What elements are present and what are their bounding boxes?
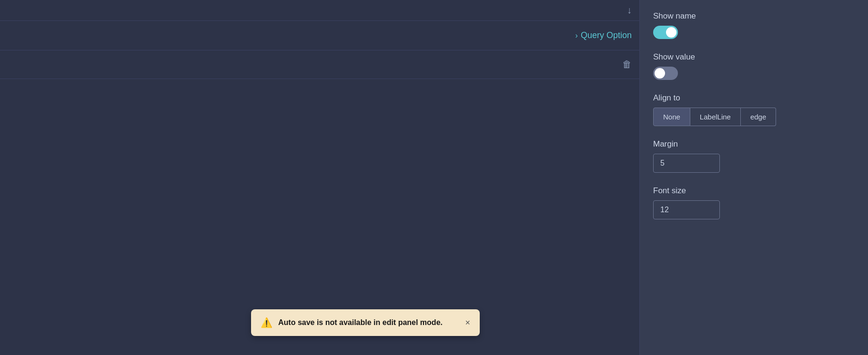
toast-close-button[interactable]: × xyxy=(465,318,470,327)
toast-notification: ⚠️ Auto save is not available in edit pa… xyxy=(251,309,480,336)
margin-input[interactable] xyxy=(653,154,720,173)
warning-icon: ⚠️ xyxy=(261,317,273,328)
margin-section: Margin xyxy=(653,139,855,173)
chevron-icon: › xyxy=(575,31,578,40)
query-option-label: Query Option xyxy=(581,30,632,40)
show-name-toggle[interactable] xyxy=(653,26,678,39)
show-value-thumb xyxy=(655,68,665,79)
toast-message: Auto save is not available in edit panel… xyxy=(278,318,459,327)
show-value-toggle-wrapper xyxy=(653,67,855,80)
delete-row: 🗑 xyxy=(0,50,639,79)
font-size-section: Font size xyxy=(653,186,855,219)
download-icon[interactable]: ↓ xyxy=(627,5,632,16)
align-to-buttons: None LabelLine edge xyxy=(653,108,855,126)
right-panel: Show name Show value Align to None Label… xyxy=(639,0,868,355)
show-value-section: Show value xyxy=(653,52,855,80)
query-row: › Query Option xyxy=(0,21,639,50)
show-name-thumb xyxy=(666,27,676,38)
query-option-link[interactable]: › Query Option xyxy=(575,30,632,40)
trash-icon[interactable]: 🗑 xyxy=(622,59,632,70)
show-name-toggle-wrapper xyxy=(653,26,855,39)
align-edge-button[interactable]: edge xyxy=(741,108,776,126)
show-value-toggle[interactable] xyxy=(653,67,678,80)
font-size-label: Font size xyxy=(653,186,855,196)
show-value-label: Show value xyxy=(653,52,855,62)
main-top-bar: ↓ xyxy=(0,0,639,21)
align-to-label: Align to xyxy=(653,93,855,103)
font-size-input[interactable] xyxy=(653,200,720,219)
align-labelline-button[interactable]: LabelLine xyxy=(690,108,741,126)
show-name-section: Show name xyxy=(653,11,855,39)
align-to-section: Align to None LabelLine edge xyxy=(653,93,855,126)
main-area: ↓ › Query Option 🗑 ⚠️ Auto save is not a… xyxy=(0,0,639,355)
align-none-button[interactable]: None xyxy=(653,108,690,126)
show-name-label: Show name xyxy=(653,11,855,21)
margin-label: Margin xyxy=(653,139,855,149)
